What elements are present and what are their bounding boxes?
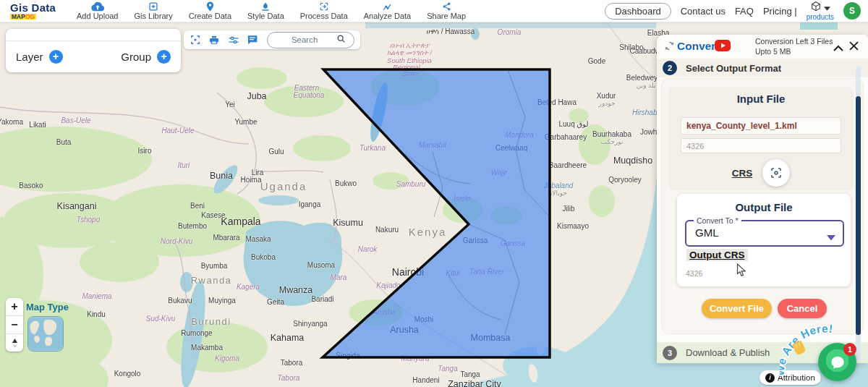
map-label: Kisumu <box>333 218 363 228</box>
info-icon: i <box>765 373 775 383</box>
zoom-in-button[interactable]: + <box>6 298 23 316</box>
top-navbar: Gis Data MAPOG Add Upload Gis Library Cr… <box>0 0 868 22</box>
map-label: Narok <box>358 245 378 253</box>
add-group-button[interactable]: + <box>157 50 171 64</box>
compass-button[interactable] <box>6 334 23 352</box>
chat-notification-badge: 1 <box>843 343 856 356</box>
search-box[interactable] <box>267 32 354 48</box>
nav-item-label: Analyze Data <box>364 12 411 20</box>
output-crs-link[interactable]: Output CRS <box>686 249 748 261</box>
map-label: Xudur <box>597 92 616 100</box>
map-label: South Ethiopia <box>387 56 432 64</box>
map-label: Tanga <box>460 370 480 378</box>
output-file-heading: Output File <box>677 201 851 213</box>
nav-item-analyze-data[interactable]: Analyze Data <box>364 1 411 20</box>
map-label: Shinyanga <box>293 320 327 328</box>
nav-item-style-data[interactable]: Style Data <box>247 1 284 20</box>
group-label: Group <box>121 51 151 63</box>
nav-item-gis-library[interactable]: Gis Library <box>135 1 173 20</box>
panel-scrollbar-thumb[interactable] <box>856 96 861 335</box>
nav-item-create-data[interactable]: Create Data <box>189 1 231 20</box>
pricing-link[interactable]: Pricing | <box>763 6 797 17</box>
map-label: Butembo <box>178 222 207 230</box>
nav-item-add-upload[interactable]: Add Upload <box>77 1 119 20</box>
map-label: Tshopo <box>77 216 100 224</box>
cloud-upload-icon <box>90 1 105 12</box>
map-label: Equatoria <box>294 91 325 99</box>
map-label: Kenya <box>409 226 447 238</box>
map-label: Isiolo <box>454 195 470 203</box>
map-label: Buta <box>56 138 72 146</box>
crs-link[interactable]: CRS <box>732 168 753 179</box>
nav-item-share-map[interactable]: Share Map <box>427 1 466 20</box>
measure-icon[interactable] <box>228 33 239 46</box>
comment-icon[interactable] <box>247 33 258 46</box>
input-file-section: Input File CRS <box>668 87 854 190</box>
close-icon[interactable] <box>849 41 859 54</box>
map-type-thumbnail[interactable] <box>27 316 64 352</box>
map-label: Arusha <box>373 308 396 316</box>
youtube-icon[interactable] <box>715 40 731 54</box>
map-label: Regional <box>393 63 420 71</box>
print-icon[interactable] <box>208 33 220 46</box>
input-filename-field[interactable] <box>681 117 841 135</box>
map-label: Singida <box>336 352 359 360</box>
map-label: Buurhakaba <box>592 130 631 138</box>
input-file-heading: Input File <box>668 93 854 105</box>
map-label: Tabora <box>281 359 303 367</box>
output-crs-value: 4326 <box>686 269 702 278</box>
converter-header: Converter Conversion Left 3 Files Upto 5… <box>657 35 868 58</box>
contact-us-link[interactable]: Contact us <box>681 6 726 17</box>
map-label: Hoima <box>241 176 262 184</box>
attribution-button[interactable]: i Attribution <box>760 370 821 385</box>
map-label: Kitui <box>446 269 459 277</box>
world-map-icon <box>28 317 63 351</box>
search-icon[interactable] <box>336 33 346 46</box>
map-label: Zanzibar City <box>448 379 501 387</box>
convert-file-button[interactable]: Convert File <box>702 299 772 318</box>
dashboard-button[interactable]: Dashboard <box>605 3 671 20</box>
step-number-badge: 2 <box>663 61 677 75</box>
map-label: Garissa <box>501 239 525 247</box>
faq-link[interactable]: FAQ <box>735 6 754 17</box>
step-number-badge: 3 <box>663 346 677 360</box>
map-label: Beled Hawa <box>537 98 576 106</box>
collapse-icon[interactable] <box>833 41 843 54</box>
map-label: حودور <box>599 100 616 107</box>
frame-focus-icon[interactable] <box>190 33 201 46</box>
cancel-button[interactable]: Cancel <box>778 299 827 318</box>
map-label: Sud-Kivu <box>146 315 176 323</box>
process-icon <box>319 1 329 12</box>
map-label: Kisangani <box>57 201 97 211</box>
nav-item-label: Style Data <box>247 12 284 20</box>
logo[interactable]: Gis Data MAPOG <box>0 2 72 20</box>
analyze-icon <box>382 1 393 12</box>
search-input[interactable] <box>273 35 336 45</box>
refresh-icon[interactable] <box>664 41 675 54</box>
map-label: Kasese <box>201 211 225 219</box>
crs-picker-button[interactable] <box>762 159 790 187</box>
convert-to-select[interactable]: Convert To * GML <box>685 220 844 247</box>
map-label: Burundi <box>191 316 231 327</box>
products-menu[interactable]: products <box>807 1 834 21</box>
map-label: Kismaayo <box>557 222 589 230</box>
map-label: Yakoma <box>0 118 23 126</box>
chevron-down-icon <box>824 3 830 12</box>
nav-right: Dashboard Contact us FAQ Pricing | produ… <box>605 1 868 21</box>
nav-menu: Add Upload Gis Library Create Data Style… <box>77 1 466 20</box>
avatar[interactable]: S <box>843 2 861 20</box>
map-label: Oromia <box>498 28 522 36</box>
map-label: Byumba <box>201 262 228 270</box>
zoom-out-button[interactable]: − <box>6 316 23 334</box>
map-label: Jilib <box>562 205 574 213</box>
map-label: Wajir <box>491 169 508 177</box>
conversion-quota: Conversion Left 3 Files Upto 5 MB <box>755 37 833 56</box>
map-label: Gode <box>588 57 605 65</box>
nav-item-process-data[interactable]: Process Data <box>300 1 348 20</box>
map-label: Kajiado <box>376 281 400 289</box>
add-layer-button[interactable]: + <box>49 50 63 64</box>
map-label: Bukoba <box>251 253 276 261</box>
map-label: Lira <box>252 169 264 177</box>
map-label: Mbarara <box>213 234 239 242</box>
input-crs-field[interactable] <box>681 138 841 153</box>
